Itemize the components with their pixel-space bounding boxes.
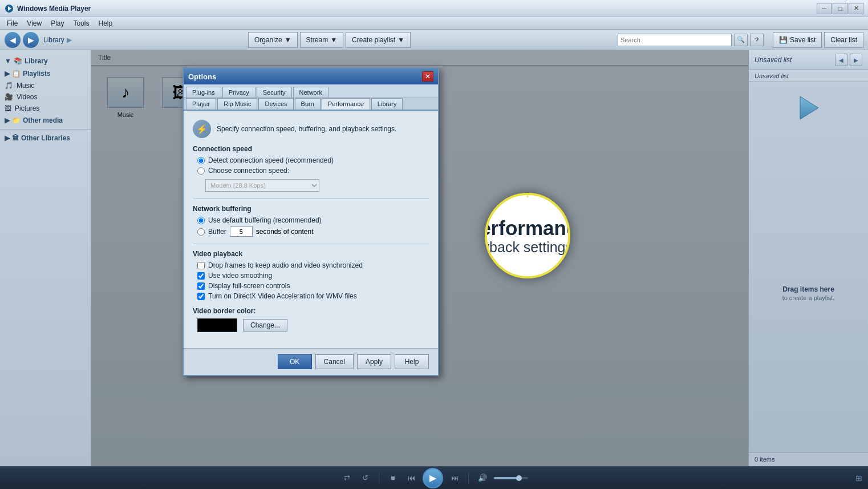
grid-icon[interactable]: ⊞	[855, 474, 862, 483]
shuffle-button[interactable]: ⇄	[340, 471, 354, 485]
checkbox-fullscreen[interactable]	[197, 282, 205, 290]
repeat-button[interactable]: ↺	[358, 471, 372, 485]
tab-privacy[interactable]: Privacy	[222, 87, 255, 98]
app-icon	[5, 4, 14, 13]
checkbox-drop-frames-label[interactable]: Drop frames to keep audio and video sync…	[208, 261, 363, 269]
help-button[interactable]: Help	[395, 354, 429, 369]
buffer-seconds-input[interactable]	[230, 227, 253, 237]
checkbox-directx[interactable]	[197, 293, 205, 300]
tab-devices[interactable]: Devices	[258, 98, 293, 110]
library-label: Library	[25, 57, 48, 65]
volume-slider[interactable]	[494, 477, 528, 479]
tab-performance[interactable]: Performance	[322, 98, 370, 110]
playlist-footer: 0 items	[749, 452, 868, 466]
tab-security[interactable]: Security	[257, 87, 292, 98]
minimize-button[interactable]: ─	[817, 3, 832, 14]
stream-button[interactable]: Stream ▼	[300, 32, 344, 48]
back-button[interactable]: ◀	[5, 32, 21, 48]
radio-choose-label[interactable]: Choose connection speed:	[208, 167, 289, 175]
dialog-close-button[interactable]: ✕	[422, 71, 433, 82]
forward-button[interactable]: ▶	[23, 32, 39, 48]
apply-button[interactable]: Apply	[357, 354, 391, 369]
cancel-button[interactable]: Cancel	[315, 354, 354, 369]
radio-default-buffer-option: Use default buffering (recommended)	[193, 216, 429, 224]
search-button[interactable]: 🔍	[734, 34, 748, 46]
maximize-button[interactable]: □	[833, 3, 847, 14]
next-button[interactable]: ⏭	[448, 471, 461, 485]
sidebar-group-library[interactable]: ▼ 📚 Library	[0, 55, 91, 67]
play-pause-button[interactable]: ▶	[423, 468, 443, 488]
search-help-button[interactable]: ?	[750, 34, 764, 46]
menu-bar: File View Play Tools Help	[0, 17, 868, 30]
sidebar-item-pictures[interactable]: 🖼 Pictures	[0, 103, 91, 114]
menu-help[interactable]: Help	[94, 18, 117, 29]
stop-button[interactable]: ■	[386, 471, 400, 485]
close-button[interactable]: ✕	[849, 3, 863, 14]
playlist-nav-right[interactable]: ▶	[850, 54, 862, 66]
dialog-title-bar: Options ✕	[184, 68, 438, 84]
organize-button[interactable]: Organize ▼	[248, 32, 298, 48]
sidebar-group-other-media[interactable]: ▶ 📁 Other media	[0, 114, 91, 127]
checkbox-video-smoothing-label[interactable]: Use video smoothing	[208, 272, 272, 280]
tab-burn[interactable]: Burn	[295, 98, 321, 110]
clear-list-button[interactable]: Clear list	[824, 32, 863, 48]
dialog-title: Options	[188, 72, 422, 81]
menu-view[interactable]: View	[22, 18, 46, 29]
checkbox-directx-label[interactable]: Turn on DirectX Video Acceleration for W…	[208, 292, 357, 300]
tab-library[interactable]: Library	[371, 98, 403, 110]
library-expand-icon: ▼	[5, 57, 11, 65]
organize-label: Organize	[254, 36, 282, 44]
playlist-play-button[interactable]	[794, 94, 823, 122]
radio-choose[interactable]	[197, 167, 205, 175]
volume-icon[interactable]: 🔊	[476, 471, 489, 485]
breadcrumb-library[interactable]: Library	[43, 36, 64, 44]
menu-tools[interactable]: Tools	[68, 18, 94, 29]
menu-play[interactable]: Play	[46, 18, 68, 29]
video-border-group: Video border color: Change...	[193, 307, 429, 332]
checkbox-drop-frames[interactable]	[197, 262, 205, 269]
playlist-title: Unsaved list	[755, 72, 789, 79]
tab-player[interactable]: Player	[186, 98, 216, 110]
save-list-button[interactable]: 💾 Save list	[773, 32, 822, 48]
radio-choose-option: Choose connection speed:	[193, 167, 429, 175]
nav-buttons: ◀ ▶	[5, 32, 39, 48]
radio-detect[interactable]	[197, 157, 205, 164]
tab-network[interactable]: Network	[293, 87, 328, 98]
radio-default-buffer-label[interactable]: Use default buffering (recommended)	[208, 216, 322, 224]
save-list-icon: 💾	[779, 36, 788, 44]
radio-buffer[interactable]	[197, 228, 205, 236]
modem-speed-select[interactable]: Modem (28.8 Kbps)	[205, 179, 319, 192]
section-icon: ⚡	[193, 120, 211, 138]
magnifier-text2: yback settings	[485, 239, 570, 255]
sidebar-group-playlists[interactable]: ▶ 📋 Playlists	[0, 67, 91, 80]
sidebar-item-music[interactable]: 🎵 Music	[0, 80, 91, 91]
organize-arrow: ▼	[285, 36, 291, 44]
checkbox-video-smoothing[interactable]	[197, 272, 205, 280]
section-divider-1	[193, 199, 429, 199]
tab-plugins[interactable]: Plug-ins	[186, 87, 221, 98]
change-color-button[interactable]: Change...	[243, 319, 287, 332]
sidebar-group-other-libraries[interactable]: ▶ 🏛 Other Libraries	[0, 132, 91, 144]
ok-button[interactable]: OK	[278, 354, 312, 369]
checkbox-fullscreen-label[interactable]: Display full-screen controls	[208, 282, 290, 290]
drag-items-subtext: to create a playlist.	[782, 294, 835, 301]
sidebar-item-videos[interactable]: 🎥 Videos	[0, 91, 91, 103]
create-playlist-button[interactable]: Create playlist ▼	[346, 32, 411, 48]
app-title: Windows Media Player	[17, 5, 817, 13]
menu-file[interactable]: File	[2, 18, 22, 29]
radio-detect-label[interactable]: Detect connection speed (recommended)	[208, 156, 334, 164]
prev-button[interactable]: ⏮	[404, 471, 418, 485]
search-input[interactable]	[618, 34, 732, 46]
videos-label: Videos	[17, 93, 37, 101]
tab-rip-music[interactable]: Rip Music	[217, 98, 257, 110]
radio-buffer-label[interactable]: Buffer	[208, 228, 226, 236]
pictures-icon: 🖼	[5, 104, 11, 112]
pictures-label: Pictures	[15, 104, 39, 112]
playlist-play-area	[749, 82, 868, 134]
dialog-content: ⚡ Specify connection speed, buffering, a…	[184, 111, 438, 348]
playlist-nav-left[interactable]: ◀	[835, 54, 847, 66]
other-libraries-icon: 🏛	[12, 134, 19, 142]
other-media-expand-icon: ▶	[5, 116, 10, 124]
radio-default-buffer[interactable]	[197, 217, 205, 224]
section-divider-2	[193, 244, 429, 244]
